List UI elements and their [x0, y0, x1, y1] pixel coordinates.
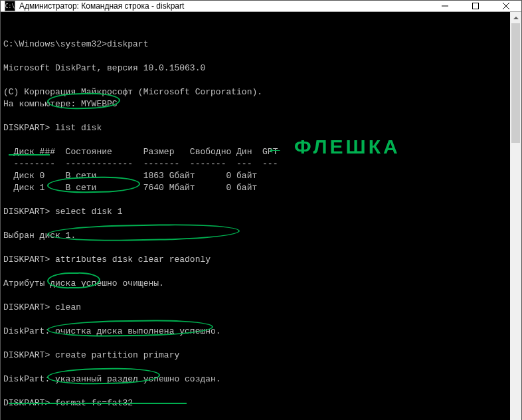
terminal-line: Диск 0 В сети 1863 Gбайт 0 байт: [3, 170, 507, 182]
terminal-line: [3, 409, 507, 420]
scroll-up-button[interactable]: [510, 12, 521, 23]
terminal-line: [3, 218, 507, 230]
terminal-line: [3, 110, 507, 122]
terminal-line: DISKPART> list disk: [3, 122, 507, 134]
titlebar[interactable]: C:\ Администратор: Командная строка - di…: [1, 1, 521, 12]
terminal-line: Microsoft DiskPart, версия 10.0.15063.0: [3, 62, 507, 74]
terminal-line: DiskPart: очистка диска выполнена успешн…: [3, 326, 507, 338]
terminal-line: [3, 194, 507, 206]
terminal-output[interactable]: C:\Windows\system32>diskpart Microsoft D…: [1, 12, 510, 420]
terminal-line: [3, 338, 507, 350]
terminal-line: Диск 1 В сети 7640 Mбайт 0 байт: [3, 182, 507, 194]
maximize-button[interactable]: [460, 1, 491, 11]
terminal-line: На компьютере: MYWEBPC: [3, 98, 507, 110]
terminal-line: [3, 290, 507, 302]
terminal-line: Диск ### Состояние Размер Свободно Дин G…: [3, 146, 507, 158]
terminal-line: [3, 51, 507, 62]
terminal-line: [3, 74, 507, 86]
terminal-line: DiskPart: указанный раздел успешно созда…: [3, 373, 507, 385]
svg-marker-4: [513, 17, 519, 19]
terminal-line: Атрибуты диска успешно очищены.: [3, 278, 507, 290]
window-title: Администратор: Командная строка - diskpa…: [19, 1, 430, 11]
terminal-line: [3, 134, 507, 146]
vertical-scrollbar[interactable]: [510, 12, 521, 420]
close-button[interactable]: [491, 1, 521, 11]
terminal-line: DISKPART> create partition primary: [3, 350, 507, 362]
terminal-line: DISKPART> format fs=fat32: [3, 397, 507, 409]
terminal-line: [3, 385, 507, 397]
terminal-line: C:\Windows\system32>diskpart: [3, 39, 507, 51]
terminal-line: DISKPART> select disk 1: [3, 206, 507, 218]
cmd-icon: C:\: [5, 1, 15, 11]
scroll-track[interactable]: [510, 23, 521, 420]
terminal-line: Выбран диск 1.: [3, 230, 507, 242]
terminal-line: -------- ------------- ------- ------- -…: [3, 158, 507, 170]
terminal-line: (C) Корпорация Майкрософт (Microsoft Cor…: [3, 86, 507, 98]
terminal-area: C:\Windows\system32>diskpart Microsoft D…: [1, 12, 521, 420]
svg-rect-1: [473, 3, 479, 9]
terminal-line: [3, 362, 507, 373]
terminal-line: DISKPART> attributes disk clear readonly: [3, 254, 507, 266]
minimize-button[interactable]: [430, 1, 460, 11]
window-controls: [430, 1, 521, 11]
terminal-line: DISKPART> clean: [3, 302, 507, 314]
terminal-line: [3, 266, 507, 278]
scroll-thumb[interactable]: [511, 23, 520, 143]
terminal-line: [3, 242, 507, 254]
cmd-window: C:\ Администратор: Командная строка - di…: [0, 0, 522, 420]
terminal-line: [3, 314, 507, 326]
